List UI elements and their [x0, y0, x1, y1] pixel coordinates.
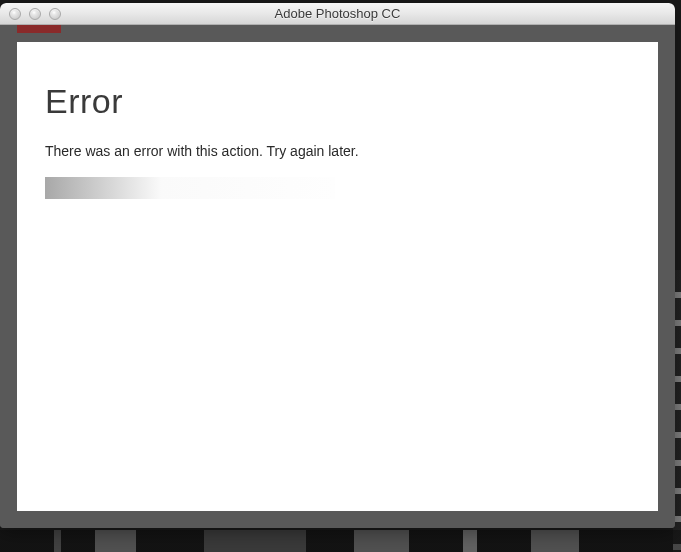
background-texture-bottom	[0, 530, 681, 552]
window-titlebar[interactable]: Adobe Photoshop CC	[0, 3, 675, 25]
error-message: There was an error with this action. Try…	[45, 143, 630, 159]
window-controls	[0, 8, 61, 20]
app-window: Adobe Photoshop CC Error There was an er…	[0, 3, 675, 528]
progress-placeholder	[45, 177, 335, 199]
window-title: Adobe Photoshop CC	[275, 6, 401, 21]
error-heading: Error	[45, 82, 630, 121]
close-window-button[interactable]	[9, 8, 21, 20]
zoom-window-button[interactable]	[49, 8, 61, 20]
accent-strip	[17, 25, 61, 33]
window-frame: Error There was an error with this actio…	[0, 25, 675, 528]
dialog-content: Error There was an error with this actio…	[17, 42, 658, 511]
minimize-window-button[interactable]	[29, 8, 41, 20]
